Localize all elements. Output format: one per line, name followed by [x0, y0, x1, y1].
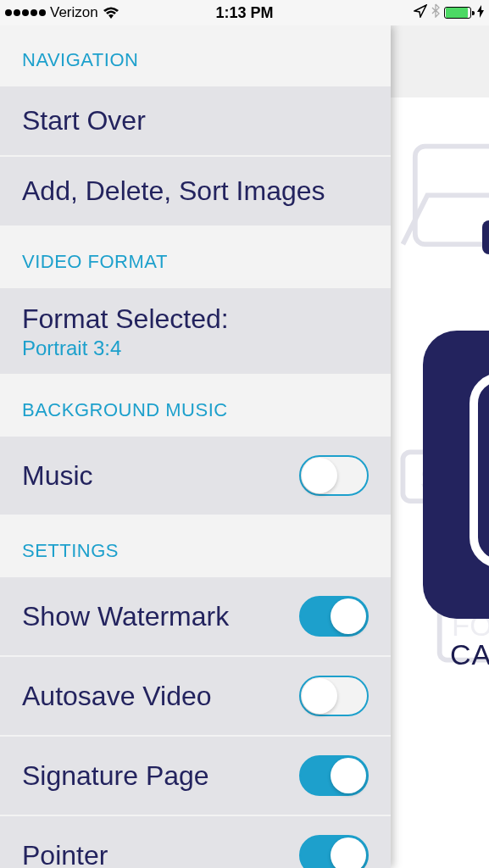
menu-item-label: Signature Page [22, 760, 209, 792]
main-panel: FOR SOLD CA [391, 25, 489, 868]
section-header-background-music: BACKGROUND MUSIC [0, 376, 391, 437]
pointer-toggle[interactable] [299, 835, 369, 868]
menu-item-watermark: Show Watermark [0, 577, 391, 657]
carrier-label: Verizon [50, 4, 98, 21]
menu-item-manage-images[interactable]: Add, Delete, Sort Images [0, 157, 391, 227]
status-left: Verizon [5, 4, 119, 21]
menu-item-autosave: Autosave Video [0, 657, 391, 737]
charging-icon [477, 5, 484, 20]
menu-item-label: Autosave Video [22, 681, 212, 712]
status-right [414, 3, 484, 22]
menu-item-format[interactable]: Format Selected: Portrait 3:4 [0, 288, 391, 376]
menu-item-label: Music [22, 460, 93, 492]
music-toggle[interactable] [299, 455, 369, 496]
wifi-icon [103, 7, 119, 19]
menu-item-pointer: Pointer [0, 816, 391, 868]
menu-item-music: Music [0, 437, 391, 516]
main-body: FOR SOLD CA [391, 97, 489, 868]
hero-bar [482, 220, 489, 254]
camera-card[interactable] [423, 331, 489, 619]
section-header-navigation: NAVIGATION [0, 25, 391, 86]
location-icon [414, 4, 427, 22]
menu-item-label: Show Watermark [22, 601, 229, 632]
section-header-video-format: VIDEO FORMAT [0, 227, 391, 288]
battery-icon [444, 7, 471, 19]
format-label: Format Selected: [22, 303, 369, 335]
bluetooth-icon [431, 3, 440, 22]
menu-item-label: Pointer [22, 840, 108, 869]
status-bar: Verizon 1:13 PM [0, 0, 489, 25]
menu-item-signature: Signature Page [0, 737, 391, 816]
menu-item-label: Start Over [22, 105, 146, 136]
settings-menu-panel: NAVIGATION Start Over Add, Delete, Sort … [0, 25, 391, 868]
main-header [391, 25, 489, 97]
menu-item-start-over[interactable]: Start Over [0, 86, 391, 157]
section-header-settings: SETTINGS [0, 516, 391, 577]
watermark-toggle[interactable] [299, 596, 369, 637]
signal-strength-icon [5, 9, 46, 16]
menu-item-label: Add, Delete, Sort Images [22, 175, 325, 207]
camera-icon [470, 373, 489, 568]
clock: 1:13 PM [215, 4, 273, 22]
signature-toggle[interactable] [299, 755, 369, 796]
format-value: Portrait 3:4 [22, 337, 369, 360]
card-label: CA [450, 638, 489, 671]
autosave-toggle[interactable] [299, 676, 369, 716]
